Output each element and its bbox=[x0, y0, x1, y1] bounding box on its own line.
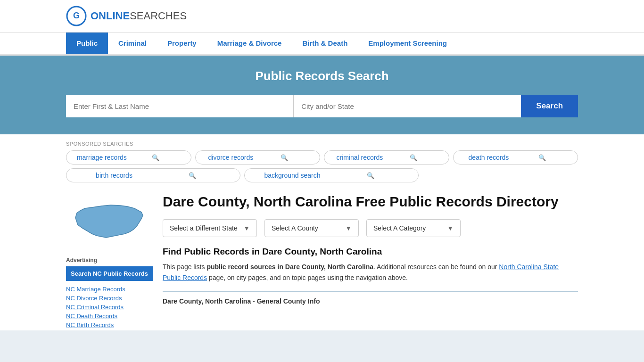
sponsored-pills: marriage records 🔍 divorce records 🔍 cri… bbox=[66, 150, 578, 182]
pill-criminal[interactable]: criminal records 🔍 bbox=[324, 150, 449, 165]
sidebar-link-birth[interactable]: NC Birth Records bbox=[66, 321, 153, 329]
sidebar-link-divorce[interactable]: NC Divorce Records bbox=[66, 295, 153, 302]
main-content: Dare County, North Carolina Free Public … bbox=[163, 193, 578, 330]
svg-text:G: G bbox=[73, 11, 80, 20]
county-section: Advertising Search NC Public Records NC … bbox=[0, 188, 644, 330]
hero-title: Public Records Search bbox=[66, 69, 578, 83]
nav-item-employment[interactable]: Employment Screening bbox=[358, 33, 457, 54]
nav-item-public[interactable]: Public bbox=[66, 33, 108, 54]
sidebar: Advertising Search NC Public Records NC … bbox=[66, 193, 153, 330]
logo-text: ONLINESEARCHES bbox=[91, 10, 187, 22]
search-icon: 🔍 bbox=[257, 154, 311, 161]
nav-item-birth[interactable]: Birth & Death bbox=[292, 33, 358, 54]
state-dropdown[interactable]: Select a Different State ▼ bbox=[163, 219, 257, 237]
sidebar-link-marriage[interactable]: NC Marriage Records bbox=[66, 286, 153, 293]
sidebar-link-criminal[interactable]: NC Criminal Records bbox=[66, 304, 153, 311]
logo: G ONLINESEARCHES bbox=[66, 6, 187, 26]
pill-divorce[interactable]: divorce records 🔍 bbox=[195, 150, 321, 165]
location-input[interactable] bbox=[294, 95, 521, 117]
main-nav: Public Criminal Property Marriage & Divo… bbox=[0, 33, 644, 55]
county-title: Dare County, North Carolina Free Public … bbox=[163, 193, 578, 211]
search-button[interactable]: Search bbox=[521, 95, 578, 117]
state-map bbox=[66, 193, 153, 249]
search-icon: 🔍 bbox=[153, 172, 231, 179]
pill-death[interactable]: death records 🔍 bbox=[453, 150, 578, 165]
find-description: This page lists public record sources in… bbox=[163, 262, 578, 284]
ad-button[interactable]: Search NC Public Records bbox=[66, 266, 153, 281]
pill-marriage[interactable]: marriage records 🔍 bbox=[66, 150, 191, 165]
chevron-down-icon: ▼ bbox=[345, 224, 352, 232]
pill-background[interactable]: background search 🔍 bbox=[244, 168, 419, 182]
hero-section: Public Records Search Search bbox=[0, 56, 644, 134]
general-info-header: Dare County, North Carolina - General Co… bbox=[163, 291, 578, 305]
search-icon: 🔍 bbox=[331, 172, 410, 179]
search-form: Search bbox=[66, 95, 578, 117]
nav-item-criminal[interactable]: Criminal bbox=[108, 33, 157, 54]
pill-birth[interactable]: birth records 🔍 bbox=[66, 168, 240, 182]
sidebar-link-death[interactable]: NC Death Records bbox=[66, 313, 153, 320]
nav-item-property[interactable]: Property bbox=[157, 33, 207, 54]
chevron-down-icon: ▼ bbox=[243, 224, 250, 232]
logo-icon: G bbox=[66, 6, 87, 26]
search-icon: 🔍 bbox=[387, 154, 440, 161]
sponsored-label: SPONSORED SEARCHES bbox=[66, 141, 578, 147]
name-input[interactable] bbox=[66, 95, 294, 117]
chevron-down-icon: ▼ bbox=[447, 224, 454, 232]
advertising-label: Advertising bbox=[66, 257, 153, 263]
sponsored-section: SPONSORED SEARCHES marriage records 🔍 di… bbox=[0, 134, 644, 188]
search-icon: 🔍 bbox=[515, 154, 569, 161]
dropdowns-row: Select a Different State ▼ Select A Coun… bbox=[163, 219, 578, 237]
find-title: Find Public Records in Dare County, Nort… bbox=[163, 247, 578, 257]
county-dropdown[interactable]: Select A County ▼ bbox=[264, 219, 359, 237]
nav-item-marriage[interactable]: Marriage & Divorce bbox=[207, 33, 292, 54]
category-dropdown[interactable]: Select A Category ▼ bbox=[366, 219, 461, 237]
search-icon: 🔍 bbox=[129, 154, 182, 161]
